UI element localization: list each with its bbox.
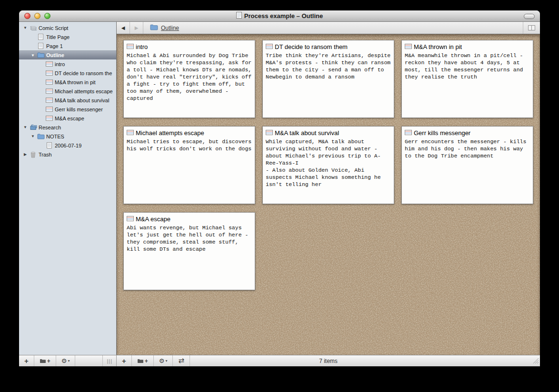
card-title: intro bbox=[136, 43, 148, 50]
sidebar-item-2006-07-19[interactable]: 2006-07-19 bbox=[19, 141, 116, 150]
card-title: DT decide to ransom them bbox=[275, 43, 348, 50]
proxy-document-icon[interactable] bbox=[236, 12, 242, 20]
sidebar-item-label: Research bbox=[38, 125, 61, 130]
swap-arrows-icon: ⇄ bbox=[178, 357, 184, 364]
add-folder-button[interactable]: + bbox=[132, 355, 154, 366]
sidebar-item-label: intro bbox=[54, 61, 65, 67]
card-title: Michael attempts escape bbox=[136, 129, 204, 137]
manuscript-stack-icon bbox=[29, 25, 38, 31]
index-card-gerr-kills-messenger[interactable]: Gerr kills messenger Gerr encounters the… bbox=[401, 126, 533, 204]
sidebar-item-label: M&A talk about survival bbox=[54, 98, 109, 103]
index-card-icon bbox=[405, 128, 412, 137]
sidebar-item-title-page[interactable]: Title Page bbox=[19, 32, 116, 41]
action-menu-button[interactable]: ⚙ ▾ bbox=[56, 355, 76, 366]
disclosure-triangle-icon[interactable]: ▶ bbox=[22, 152, 29, 157]
index-card-icon bbox=[45, 70, 54, 76]
disclosure-triangle-icon[interactable]: ▼ bbox=[22, 125, 29, 129]
breadcrumb-label[interactable]: Outline bbox=[161, 25, 179, 31]
binder-sidebar[interactable]: ▼ Comic Script bbox=[19, 22, 117, 355]
breadcrumb[interactable]: Outline bbox=[143, 24, 179, 32]
sidebar-resize-handle[interactable]: ||| bbox=[102, 355, 116, 366]
sidebar-item-label: Page 1 bbox=[45, 43, 63, 49]
sidebar-item-intro[interactable]: intro bbox=[19, 59, 116, 69]
index-card-icon bbox=[45, 98, 54, 103]
index-card-icon bbox=[127, 128, 134, 137]
card-title: M&A escape bbox=[136, 216, 170, 223]
corkboard[interactable]: intro Michael & Abi surrounded by Dog Tr… bbox=[117, 34, 540, 355]
index-card-michael-attempts-escape[interactable]: Michael attempts escape Michael tries to… bbox=[123, 126, 255, 204]
sidebar-item-outline[interactable]: ▼ Outline bbox=[19, 50, 116, 59]
index-card-icon bbox=[405, 42, 412, 51]
desktop: Process example – Outline ▼ Comic Script bbox=[0, 0, 559, 392]
index-card-icon bbox=[266, 128, 273, 137]
sidebar-item-research[interactable]: ▼ Research bbox=[19, 123, 116, 132]
trash-icon bbox=[29, 151, 38, 158]
minimize-button[interactable] bbox=[34, 13, 40, 19]
sidebar-item-trash[interactable]: ▶ Trash bbox=[19, 150, 116, 159]
sidebar-item-label: Michael attempts escape bbox=[54, 88, 113, 94]
card-body: Abi wants revenge, but Michael says let'… bbox=[127, 224, 252, 253]
index-card-icon bbox=[127, 42, 134, 51]
sidebar-item-label: Trash bbox=[38, 152, 52, 157]
editor-header-bar: ◀ ▶ Outline bbox=[117, 22, 540, 34]
folder-icon bbox=[150, 24, 158, 32]
document-icon bbox=[36, 43, 45, 49]
window-title: Process example – Outline bbox=[244, 12, 323, 20]
disclosure-triangle-icon[interactable]: ▼ bbox=[22, 26, 29, 30]
sidebar-item-ma-thrown-in-pit[interactable]: M&A thrown in pit bbox=[19, 78, 116, 87]
window-resize-grip[interactable] bbox=[533, 358, 539, 365]
folders-stack-icon bbox=[29, 124, 38, 130]
index-card-icon bbox=[45, 107, 54, 112]
disclosure-triangle-icon[interactable]: ▼ bbox=[30, 53, 36, 58]
card-body: Michael & Abi surrounded by Dog Tribe wh… bbox=[127, 52, 252, 102]
sidebar-item-label: M&A thrown in pit bbox=[54, 79, 96, 85]
sidebar-item-label: 2006-07-19 bbox=[54, 143, 81, 148]
add-item-button[interactable]: + bbox=[19, 355, 34, 366]
sidebar-item-notes[interactable]: ▼ NOTES bbox=[19, 132, 116, 141]
back-button[interactable]: ◀ bbox=[117, 22, 130, 34]
index-card-ma-escape[interactable]: M&A escape Abi wants revenge, but Michae… bbox=[123, 212, 255, 290]
index-card-icon bbox=[127, 215, 134, 223]
sidebar-item-michael-attempts-escape[interactable]: Michael attempts escape bbox=[19, 87, 116, 96]
index-card-icon bbox=[45, 88, 54, 94]
sidebar-item-dt-decide[interactable]: DT decide to ransom the bbox=[19, 69, 116, 78]
document-icon bbox=[45, 142, 54, 148]
app-window: Process example – Outline ▼ Comic Script bbox=[19, 10, 540, 366]
card-body: Michael tries to escape, but discovers h… bbox=[127, 138, 252, 152]
split-view-button[interactable] bbox=[523, 22, 540, 34]
card-body: M&A meanwhile thrown in a pit/cell - rec… bbox=[405, 52, 530, 80]
sidebar-item-gerr-kills-messenger[interactable]: Gerr kills messenger bbox=[19, 105, 116, 114]
sidebar-item-label: NOTES bbox=[45, 134, 64, 139]
sidebar-item-ma-escape[interactable]: M&A escape bbox=[19, 114, 116, 123]
sidebar-item-page-1[interactable]: Page 1 bbox=[19, 41, 116, 50]
disclosure-triangle-icon[interactable]: ▼ bbox=[30, 134, 36, 138]
sidebar-item-label: Outline bbox=[45, 52, 64, 58]
card-arrangement-button[interactable]: ⇄ bbox=[173, 355, 190, 366]
split-view-icon bbox=[528, 25, 535, 30]
sidebar-item-label: M&A escape bbox=[54, 116, 84, 121]
sidebar-item-comic-script[interactable]: ▼ Comic Script bbox=[19, 23, 116, 32]
folder-plus-icon bbox=[137, 359, 144, 363]
index-card-dt-decide[interactable]: DT decide to ransom them Tribe think the… bbox=[262, 40, 394, 118]
add-card-button[interactable]: + bbox=[117, 355, 132, 366]
action-menu-button[interactable]: ⚙ ▾ bbox=[154, 355, 173, 366]
add-folder-button[interactable]: + bbox=[34, 355, 56, 366]
sidebar-item-label: DT decide to ransom the bbox=[54, 70, 112, 76]
index-card-ma-thrown-in-pit[interactable]: M&A thrown in pit M&A meanwhile thrown i… bbox=[401, 40, 533, 118]
forward-button[interactable]: ▶ bbox=[130, 22, 143, 34]
binder-footer: + + ⚙ ▾ ||| bbox=[19, 355, 117, 366]
card-title: Gerr kills messenger bbox=[414, 129, 470, 137]
document-icon bbox=[36, 34, 45, 40]
sidebar-item-label: Title Page bbox=[45, 34, 70, 40]
toolbar-toggle-button[interactable] bbox=[524, 14, 535, 19]
footer-bar: + + ⚙ ▾ ||| + + ⚙ bbox=[19, 355, 540, 366]
zoom-button[interactable] bbox=[44, 13, 50, 19]
gear-icon: ⚙ bbox=[159, 358, 165, 364]
index-card-intro[interactable]: intro Michael & Abi surrounded by Dog Tr… bbox=[123, 40, 255, 118]
sidebar-item-ma-talk-about-survival[interactable]: M&A talk about survival bbox=[19, 96, 116, 105]
chevron-down-icon: ▾ bbox=[165, 359, 167, 363]
close-button[interactable] bbox=[24, 13, 30, 19]
index-card-icon bbox=[45, 79, 54, 85]
index-card-ma-talk-about-survival[interactable]: M&A talk about survival While captured, … bbox=[262, 126, 394, 204]
title-bar[interactable]: Process example – Outline bbox=[19, 10, 540, 22]
